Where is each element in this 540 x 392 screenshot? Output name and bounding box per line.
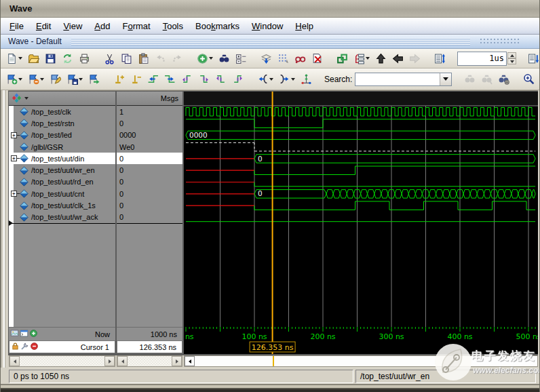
spin-up-icon[interactable] (507, 52, 516, 58)
flag-remove-icon[interactable] (25, 71, 47, 87)
signal-row-value[interactable]: 0 (117, 212, 182, 223)
scroll-left-icon[interactable] (9, 356, 20, 366)
wrench-icon[interactable] (20, 342, 29, 352)
signal-row-value[interactable]: 0000 (117, 130, 182, 141)
msgs-scroll-track[interactable] (128, 356, 172, 366)
fall-prev-icon[interactable] (178, 71, 195, 87)
menu-view[interactable]: View (57, 19, 88, 33)
signal-row-value[interactable]: 0 (117, 164, 182, 176)
console-icon[interactable] (20, 329, 28, 339)
edge-prev-icon[interactable] (144, 71, 161, 87)
expand-plus-icon[interactable]: + (11, 155, 17, 161)
collapse-time-icon[interactable] (254, 71, 276, 87)
flag-edit-icon[interactable] (47, 71, 64, 87)
add-wave-icon[interactable] (194, 50, 216, 67)
signal-row-name[interactable]: +/top_test/uut/cnt (9, 188, 115, 199)
spin-down-icon[interactable] (507, 58, 516, 64)
signal-row-value[interactable]: 0 (117, 153, 182, 164)
msgs-hscrollbar[interactable] (117, 355, 182, 367)
msgs-column-header[interactable]: Msgs (117, 92, 182, 106)
cut-icon[interactable] (101, 50, 118, 67)
refresh-icon[interactable] (59, 50, 76, 67)
insert-mode-icon[interactable] (298, 71, 315, 87)
chevron-down-icon[interactable] (40, 78, 44, 81)
menu-window[interactable]: Window (246, 19, 289, 33)
signal-row-value[interactable]: 1 (117, 106, 182, 117)
menu-bookmarks[interactable]: Bookmarks (189, 19, 246, 33)
expand-tree-icon[interactable] (233, 50, 250, 67)
cursor-row-value[interactable]: 126.353 ns (117, 340, 182, 353)
fall-next-icon[interactable] (195, 71, 212, 87)
signal-row-name[interactable]: /glbl/GSR (9, 141, 115, 153)
signal-row-name[interactable]: +/top_test/led (9, 130, 115, 141)
menu-help[interactable]: Help (289, 19, 320, 33)
signal-row-name[interactable]: /top_test/uut/clk_1s (9, 199, 115, 211)
rise-next-icon[interactable] (229, 71, 246, 87)
copy-icon[interactable] (118, 50, 135, 67)
wave-pane-caption[interactable]: Wave - Default (1, 35, 539, 49)
edge-next-icon[interactable] (161, 71, 178, 87)
signal-row-name[interactable]: /top_test/uut/wr_ack (9, 212, 115, 223)
chevron-down-icon[interactable] (366, 57, 370, 60)
arrow-left-icon[interactable] (389, 50, 406, 67)
find-binoculars-icon[interactable] (216, 50, 233, 67)
lock-icon[interactable] (11, 342, 20, 352)
new-document-icon[interactable] (3, 50, 25, 67)
signal-row-name[interactable]: +/top_test/uut/din (9, 153, 115, 164)
run-length-spinbox[interactable] (457, 52, 516, 66)
paste-icon[interactable] (135, 50, 152, 67)
link-signals-icon[interactable] (334, 50, 351, 67)
restart-icon[interactable] (431, 50, 448, 67)
run-length-input[interactable] (457, 52, 507, 66)
menu-tools[interactable]: Tools (157, 19, 189, 33)
caption-grip[interactable] (480, 38, 519, 45)
chevron-down-icon[interactable] (18, 57, 22, 60)
zoom-in-icon[interactable] (520, 71, 537, 87)
flag-save-icon[interactable] (64, 71, 85, 87)
layers-download-icon[interactable] (258, 50, 275, 67)
cursor-row-names[interactable]: Cursor 1 (9, 340, 115, 353)
signal-row-name[interactable]: /top_test/clk (9, 106, 115, 117)
open-folder-icon[interactable] (25, 50, 42, 67)
waveform-canvas[interactable]: 000000 (184, 92, 538, 327)
chevron-down-icon[interactable] (269, 78, 273, 81)
find-breakpoint-icon[interactable] (292, 50, 309, 67)
signal-row-value[interactable]: 0 (117, 117, 182, 129)
names-scroll-track[interactable] (20, 356, 104, 366)
left-resize-grip[interactable] (1, 90, 8, 368)
signal-row-name[interactable]: /top_test/rstn (9, 117, 115, 129)
expand-time-icon[interactable] (276, 71, 298, 87)
scroll-left-icon[interactable] (117, 356, 128, 366)
signal-row-name[interactable]: /top_test/uut/rd_en (9, 176, 115, 188)
save-icon[interactable] (42, 50, 59, 67)
wave-hscrollbar[interactable] (184, 355, 538, 367)
hierarchy-insert-icon[interactable] (351, 50, 372, 67)
add-cursor-icon[interactable] (29, 329, 38, 339)
print-icon[interactable] (76, 50, 93, 67)
wave-scroll-track[interactable] (195, 356, 537, 366)
signal-row-value[interactable]: We0 (117, 141, 182, 153)
search-options-icon[interactable] (495, 71, 512, 87)
signal-row-value[interactable]: 0 (117, 188, 182, 199)
chevron-down-icon[interactable] (291, 78, 295, 81)
arrow-up-icon[interactable] (372, 50, 389, 67)
insertion-bar[interactable] (9, 223, 115, 224)
scroll-left-icon[interactable] (185, 356, 195, 366)
dot-grid-icon[interactable] (275, 50, 292, 67)
run-icon[interactable] (525, 50, 540, 67)
chevron-down-icon[interactable] (24, 97, 28, 100)
signal-row-value[interactable]: 0 (117, 199, 182, 211)
timeline-ruler[interactable]: 0 ns100 ns200 ns300 ns400 ns500 ns126.35… (184, 327, 538, 354)
zoom-out-icon[interactable] (537, 71, 540, 87)
cursor-delete-icon[interactable] (128, 71, 144, 87)
expand-plus-icon[interactable]: + (11, 191, 17, 197)
rise-prev-icon[interactable] (212, 71, 229, 87)
chevron-down-icon[interactable] (18, 78, 22, 81)
search-input[interactable] (355, 73, 440, 85)
chevron-down-icon[interactable] (209, 57, 213, 60)
delete-cursor-icon[interactable] (30, 342, 39, 352)
menu-add[interactable]: Add (88, 19, 116, 33)
delete-document-icon[interactable] (309, 50, 326, 67)
flag-go-icon[interactable] (85, 71, 102, 87)
scroll-right-icon[interactable] (104, 356, 115, 366)
